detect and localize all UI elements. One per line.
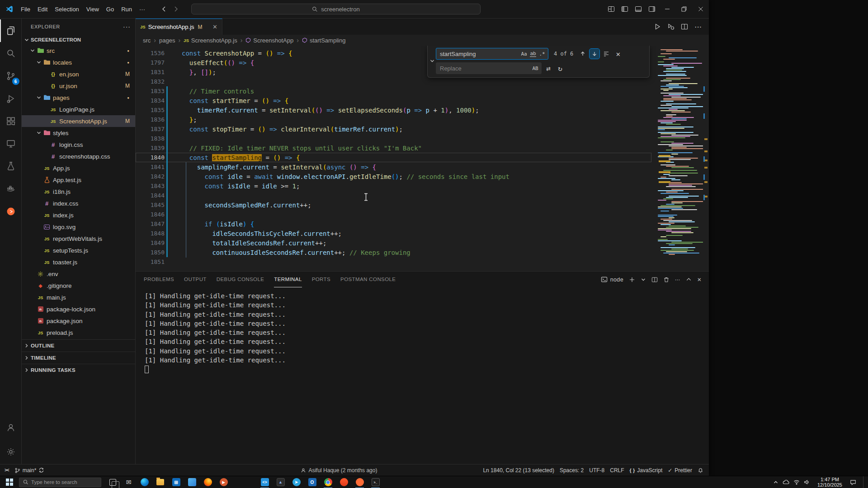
- code-line-1848[interactable]: 1848 idleSecondsThisCycleRef.current++;: [136, 229, 651, 238]
- chevron-down-icon[interactable]: [29, 48, 36, 53]
- line-number[interactable]: 1843: [136, 183, 165, 189]
- previous-match-icon[interactable]: [578, 49, 588, 59]
- taskbar-app-vscode[interactable]: <>: [257, 476, 273, 488]
- tree-item-gitignore[interactable]: ◆.gitignore: [22, 280, 135, 291]
- menu-edit[interactable]: Edit: [34, 5, 51, 14]
- postman-icon[interactable]: [0, 200, 22, 223]
- breadcrumb-screenshotapp-js[interactable]: JSScreenshotApp.js: [184, 37, 237, 44]
- code-line-1851[interactable]: 1851: [136, 257, 651, 267]
- code-line-1845[interactable]: 1845 secondsSampledRef.current++;: [136, 200, 651, 210]
- close-find-icon[interactable]: ✕: [613, 49, 623, 59]
- taskbar-app-mail[interactable]: ✉: [121, 476, 137, 488]
- close-panel-icon[interactable]: ✕: [697, 277, 702, 283]
- tree-item-src[interactable]: src●: [22, 45, 135, 56]
- toggle-replace-icon[interactable]: [429, 47, 436, 75]
- code-line-1835[interactable]: 1835 timerRef.current = setInterval(() =…: [136, 105, 651, 115]
- accounts-icon[interactable]: [0, 416, 22, 439]
- speaker-icon[interactable]: [804, 479, 810, 485]
- tree-item-package-lock-json[interactable]: npackage-lock.json: [22, 303, 135, 315]
- taskbar-app-chrome[interactable]: [320, 476, 336, 488]
- taskbar-app-edge[interactable]: [137, 476, 152, 488]
- line-number[interactable]: 1835: [136, 107, 165, 113]
- maximize-panel-icon[interactable]: [686, 277, 692, 282]
- split-editor-icon[interactable]: [678, 20, 691, 33]
- line-number[interactable]: 1838: [136, 135, 165, 142]
- overview-ruler[interactable]: [703, 46, 709, 271]
- panel-tab-problems[interactable]: PROBLEMS: [144, 272, 174, 287]
- tree-item-toaster-js[interactable]: JStoaster.js: [22, 256, 135, 268]
- find-in-selection-icon[interactable]: [601, 49, 611, 59]
- git-blame[interactable]: Asiful Haque (2 months ago): [298, 465, 380, 476]
- section-running-tasks[interactable]: RUNNING TASKS: [22, 364, 135, 376]
- code-line-1846[interactable]: 1846: [136, 210, 651, 219]
- kill-terminal-icon[interactable]: [663, 277, 670, 283]
- encoding[interactable]: UTF-8: [586, 467, 607, 474]
- panel-tab-ports[interactable]: PORTS: [312, 272, 330, 287]
- split-terminal-icon[interactable]: [651, 277, 658, 283]
- whole-word-icon[interactable]: ab: [528, 49, 538, 58]
- indentation[interactable]: Spaces: 2: [557, 467, 586, 474]
- code-line-1834[interactable]: 1834 const startTimer = () => {: [136, 96, 651, 105]
- tree-item-app-test-js[interactable]: App.test.js: [22, 174, 135, 186]
- menu-file[interactable]: File: [17, 5, 34, 14]
- panel-more-icon[interactable]: ⋯: [675, 277, 680, 283]
- replace-one-icon[interactable]: ⇄: [543, 63, 553, 73]
- chevron-down-icon[interactable]: [35, 60, 42, 65]
- tree-item-package-json[interactable]: npackage.json: [22, 315, 135, 327]
- line-number[interactable]: 1834: [136, 97, 165, 104]
- code-line-1849[interactable]: 1849 totalIdleSecondsRef.current++;: [136, 238, 651, 248]
- next-match-icon[interactable]: [590, 49, 599, 59]
- line-number[interactable]: 1831: [136, 69, 165, 75]
- line-number[interactable]: 1850: [136, 249, 165, 256]
- run-or-debug-icon[interactable]: [665, 20, 677, 33]
- tree-item-main-js[interactable]: JSmain.js: [22, 291, 135, 303]
- minimize-button[interactable]: [659, 0, 675, 18]
- tree-item-pages[interactable]: pages●: [22, 92, 135, 103]
- extensions-icon[interactable]: [0, 110, 22, 132]
- run-file-icon[interactable]: [651, 20, 664, 33]
- line-number[interactable]: 1847: [136, 221, 165, 227]
- tree-item-reportwebvitals-js[interactable]: JSreportWebVitals.js: [22, 233, 135, 244]
- taskbar-app-store[interactable]: ⊞: [168, 476, 184, 488]
- terminal-instance[interactable]: node: [601, 276, 623, 283]
- find-input[interactable]: Aa ab .*: [436, 48, 548, 60]
- git-branch-status[interactable]: main*: [12, 465, 47, 476]
- taskbar-app-media-player[interactable]: ▶: [216, 476, 231, 488]
- chevron-down-icon[interactable]: [35, 95, 42, 100]
- panel-tab-terminal[interactable]: TERMINAL: [274, 272, 302, 287]
- menu-overflow[interactable]: ···: [136, 5, 149, 14]
- more-actions-icon[interactable]: ⋯: [692, 20, 704, 33]
- terminal-output[interactable]: [1] Handling get-idle-time request...[1]…: [136, 287, 709, 464]
- taskbar-app-brave[interactable]: [336, 476, 352, 488]
- show-desktop-button[interactable]: [863, 476, 865, 488]
- code-line-1841[interactable]: 1841 samplingRef.current = setInterval(a…: [136, 162, 651, 172]
- taskbar-app-postman[interactable]: [352, 476, 368, 488]
- tree-item-setuptests-js[interactable]: JSsetupTests.js: [22, 244, 135, 256]
- notifications-bell-icon[interactable]: [695, 467, 706, 473]
- regex-icon[interactable]: .*: [538, 49, 547, 58]
- tree-item-logo-svg[interactable]: logo.svg: [22, 221, 135, 233]
- onedrive-icon[interactable]: [783, 479, 789, 485]
- taskbar-app-firefox[interactable]: [200, 476, 216, 488]
- minimap[interactable]: [658, 46, 703, 271]
- panel-tab-output[interactable]: OUTPUT: [184, 272, 207, 287]
- toggle-panel-icon[interactable]: [632, 3, 645, 15]
- breadcrumb-screenshotapp[interactable]: ScreenshotApp: [245, 37, 293, 44]
- tree-item-loginpage-js[interactable]: JSLoginPage.js: [22, 103, 135, 115]
- command-center-search[interactable]: screenelectron: [191, 4, 481, 14]
- taskbar-app-task-view[interactable]: [105, 476, 121, 488]
- preserve-case-icon[interactable]: AB: [531, 64, 540, 73]
- menu-go[interactable]: Go: [103, 5, 118, 14]
- line-number[interactable]: 1836: [136, 116, 165, 123]
- breadcrumb-startsampling[interactable]: startSampling: [302, 37, 345, 44]
- code-line-1833[interactable]: 1833 // Timer controls: [136, 86, 651, 96]
- taskbar-app-file-explorer[interactable]: [152, 476, 168, 488]
- line-number[interactable]: 1848: [136, 230, 165, 237]
- line-number[interactable]: 1840: [136, 154, 165, 161]
- source-control-icon[interactable]: 6: [0, 65, 22, 87]
- tree-item-index-js[interactable]: JSindex.js: [22, 209, 135, 221]
- code-line-1840[interactable]: 1840 const startSampling = () => {: [136, 153, 651, 162]
- taskbar-app-terminal[interactable]: >_: [368, 476, 383, 488]
- explorer-more-actions-icon[interactable]: ···: [123, 23, 131, 30]
- language-mode[interactable]: { }JavaScript: [627, 467, 665, 474]
